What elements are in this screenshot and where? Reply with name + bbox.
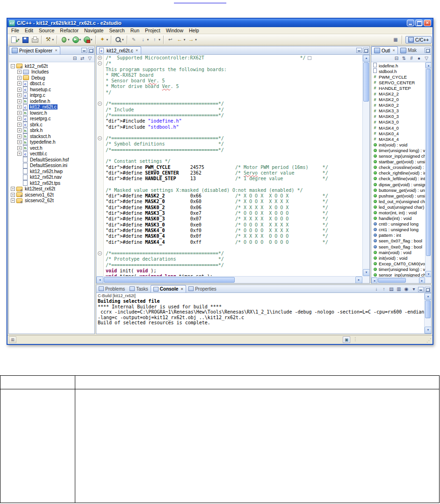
code-line[interactable]: /*======================================… <box>106 113 362 118</box>
expand-box-icon[interactable]: + <box>17 105 22 109</box>
scrollbar-thumb[interactable] <box>425 300 431 318</box>
maximize-button[interactable] <box>415 20 423 26</box>
scroll-up-arrow[interactable]: ▲ <box>425 293 432 300</box>
new-button[interactable]: ▾ <box>9 35 21 44</box>
code-line[interactable]: /* Supported Microcontroller:RX62T */ <box>106 55 362 61</box>
code-line[interactable]: "dir">#define HANDLE_STEP 13 /* 1 degree… <box>106 176 362 182</box>
build-all-button[interactable]: ⚒▾ <box>44 35 55 44</box>
expand-box-icon[interactable]: + <box>11 193 15 197</box>
fold-collapse-icon[interactable]: − <box>98 136 102 140</box>
fold-collapse-icon[interactable]: − <box>98 102 102 106</box>
code-line[interactable]: /* Prototype declarations */ <box>106 256 362 262</box>
menu-source[interactable]: Source <box>36 28 57 33</box>
close-button[interactable]: ✕ <box>424 20 431 26</box>
external-tools-button[interactable]: ▾ <box>82 35 94 44</box>
scrollbar-thumb[interactable] <box>104 277 235 283</box>
maximize-view-button[interactable] <box>425 287 430 292</box>
outline-item[interactable]: #MASK2_0 <box>371 97 425 102</box>
close-icon[interactable]: ✕ <box>55 49 58 52</box>
editor-horizontal-scrollbar[interactable]: ◄ ► <box>96 276 362 283</box>
close-icon[interactable]: ✕ <box>180 287 183 291</box>
outline-item[interactable]: Excep_CMT0_CMI0(void) : void <box>371 261 425 266</box>
clipped-hyperlink[interactable] <box>174 0 226 3</box>
code-line[interactable]: "dir">#include "stdbool.h" <box>106 124 362 130</box>
next-annotation-button[interactable]: ↓▾ <box>139 35 150 44</box>
tree-item-kit12_rx62t.tps[interactable]: kit12_rx62t.tps <box>9 180 94 186</box>
tree-item-kit12test_rx62t[interactable]: +kit12test_rx62t <box>9 186 94 192</box>
code-line[interactable]: "dir">#define PWM_CYCLE 24575 /* Motor P… <box>106 165 362 170</box>
outline-item[interactable]: startbar_get(void) : unsigned char <box>371 159 425 165</box>
expand-box-icon[interactable]: + <box>17 117 22 121</box>
menu-search[interactable]: Search <box>106 28 127 33</box>
tree-item-sicservo2_62t[interactable]: +sicservo2_62t <box>9 198 94 204</box>
print-button[interactable] <box>30 35 39 44</box>
outline-item[interactable]: sensor_inp(unsigned char) : unsigned cha… <box>371 272 425 277</box>
folded-region-indicator[interactable] <box>308 56 311 60</box>
menu-help[interactable]: Help <box>186 28 202 33</box>
minimize-button[interactable] <box>407 20 414 26</box>
outline-item[interactable]: iodefine.h <box>371 63 425 68</box>
outline-item[interactable]: motor(int, int) : void <box>371 210 425 215</box>
code-line[interactable]: * RMC-RX62T board <box>106 73 362 78</box>
hide-members-button[interactable]: ● <box>416 55 422 62</box>
outline-item[interactable]: led_out(unsigned char) : void <box>371 204 425 210</box>
close-icon[interactable]: ✕ <box>392 49 395 52</box>
tree-item-DefaultSession.ini[interactable]: DefaultSession.ini <box>9 163 94 169</box>
code-line[interactable] <box>106 245 362 251</box>
outline-item[interactable]: handle(int) : void <box>371 216 425 221</box>
expand-box-icon[interactable]: + <box>11 198 15 203</box>
code-line[interactable] <box>106 153 362 159</box>
code-line[interactable]: "dir">#define MASK2_0 0x60 /* X O O X X … <box>106 199 362 205</box>
tree-item-stacksct.h[interactable]: +hstacksct.h <box>9 133 94 139</box>
cpp-perspective-button[interactable]: C C/C++ <box>405 36 432 44</box>
code-line[interactable]: This program supports the following boar… <box>106 67 362 73</box>
tree-item-kit12_rx62t.hwp[interactable]: kit12_rx62t.hwp <box>9 168 94 175</box>
tree-item-kit12_rx62t.nav[interactable]: kit12_rx62t.nav <box>9 175 94 181</box>
dropdown-arrow-icon[interactable]: ▾ <box>195 38 197 42</box>
tree-item-Debug[interactable]: +Debug <box>9 75 94 81</box>
code-line[interactable]: "dir">#define SERVO_CENTER 2362 /* Servo… <box>106 170 362 176</box>
outline-vertical-scrollbar[interactable]: ▲ ▼ <box>425 62 431 277</box>
scrollbar-thumb[interactable] <box>378 278 406 283</box>
code-line[interactable]: "dir">#define MASK0_3 0x07 /* X X X X X … <box>106 216 362 222</box>
tab-kit12-rx62t-c[interactable]: c kit12_rx62t.c ✕ <box>96 46 141 54</box>
tree-item-resetprg.c[interactable]: +cresetprg.c <box>9 116 94 122</box>
outline-item[interactable]: cnt0 : unsigned long <box>371 221 425 227</box>
minimize-view-button[interactable] <box>356 48 362 53</box>
outline-item[interactable]: check_leftline(void) : int <box>371 176 425 182</box>
menu-run[interactable]: Run <box>128 28 142 33</box>
code-line[interactable]: "dir">#define MASK3_0 0xe0 /* O O O X X … <box>106 222 362 228</box>
scroll-down-arrow[interactable]: ▼ <box>426 271 432 277</box>
dropdown-arrow-icon[interactable]: ▾ <box>52 38 54 42</box>
code-line[interactable]: */ <box>106 90 362 95</box>
dropdown-arrow-icon[interactable]: ▾ <box>122 38 124 42</box>
code-editor[interactable]: /* Supported Microcontroller:RX62T *//*T… <box>104 55 362 276</box>
back-button[interactable]: ←▾ <box>175 35 187 44</box>
menu-project[interactable]: Project <box>142 28 163 33</box>
tree-item-kit12_rx62t.c[interactable]: +ckit12_rx62t.c <box>9 104 94 110</box>
outline-item[interactable]: main(void) : void <box>371 249 425 255</box>
expand-box-icon[interactable]: + <box>17 76 22 80</box>
link-with-editor-button[interactable]: ⇄ <box>79 55 86 62</box>
code-line[interactable]: "dir">#include "iodefine.h" <box>106 118 362 124</box>
maximize-view-button[interactable] <box>88 48 94 53</box>
minimize-view-button[interactable] <box>418 287 424 292</box>
maximize-view-button[interactable] <box>363 48 368 53</box>
outline-item[interactable]: #MASK3_3 <box>371 108 425 114</box>
code-line[interactable]: "dir">#define MASK0_4 0x0f /* X X X X O … <box>106 234 362 239</box>
outline-item[interactable]: check_rightline(void) : int <box>371 170 425 176</box>
outline-item[interactable]: cnt1 : unsigned long <box>371 227 425 233</box>
code-line[interactable]: * Sensor board Ver. 5 <box>106 78 362 84</box>
code-line[interactable]: "dir">#define MASK0_2 0x06 /* X X X X X … <box>106 205 362 211</box>
open-perspective-button[interactable]: ▦ <box>392 37 399 43</box>
outline-item[interactable]: #MASK0_4 <box>371 131 425 136</box>
dropdown-arrow-icon[interactable]: ▾ <box>107 38 108 42</box>
save-button[interactable] <box>21 35 30 44</box>
console-output[interactable]: C-Build [kit12_rx62t] Building selected … <box>96 293 424 334</box>
expand-box-icon[interactable]: + <box>17 152 22 156</box>
minimize-view-button[interactable] <box>81 48 87 53</box>
code-line[interactable]: "dir">#define MASK4_0 0xf0 /* O O O O X … <box>106 228 362 234</box>
display-selected-console-button[interactable]: ▾ <box>411 286 417 292</box>
tree-item-vect.h[interactable]: +hvect.h <box>9 145 94 151</box>
last-edit-location-button[interactable]: ↩ <box>166 35 175 44</box>
